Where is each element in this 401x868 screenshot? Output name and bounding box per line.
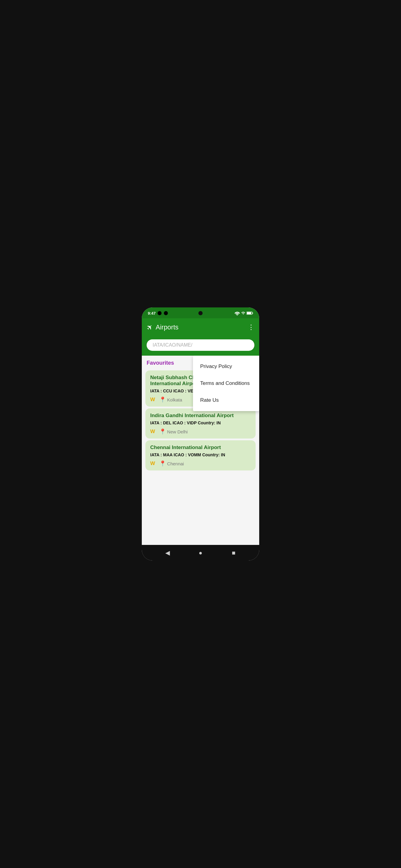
- battery-icon: [246, 311, 253, 315]
- nav-home-button[interactable]: ●: [195, 547, 206, 558]
- city-name-del: New Delhi: [167, 429, 188, 434]
- svg-point-1: [164, 311, 168, 315]
- city-pin-maa: 📍 Chennai: [159, 460, 184, 467]
- camera-dot: [198, 311, 203, 315]
- app-bar-left: ✈ Airports: [146, 323, 178, 332]
- svg-rect-4: [252, 313, 253, 314]
- menu-item-rate[interactable]: Rate Us: [193, 392, 259, 409]
- airport-card-del[interactable]: Indira Gandhi International Airport IATA…: [145, 408, 256, 438]
- city-pin-ccu: 📍 Kolkata: [159, 396, 182, 403]
- dropdown-menu: Privacy Policy Terms and Conditions Rate…: [193, 355, 259, 411]
- app-bar: ✈ Airports ⋮: [142, 318, 259, 336]
- city-name-ccu: Kolkata: [167, 397, 182, 402]
- status-icons: [235, 311, 253, 315]
- w-badge-del: W: [150, 429, 155, 435]
- pin-icon-ccu: 📍: [159, 396, 166, 403]
- more-options-icon[interactable]: ⋮: [248, 323, 255, 331]
- search-placeholder-text: IATA/ICAO/NAME/: [153, 342, 192, 348]
- pin-icon-del: 📍: [159, 428, 166, 435]
- status-time: 9:47: [148, 311, 156, 315]
- nav-back-button[interactable]: ◀: [162, 547, 173, 558]
- menu-item-terms[interactable]: Terms and Conditions: [193, 375, 259, 392]
- nav-bar: ◀ ● ■: [142, 545, 259, 561]
- menu-item-privacy[interactable]: Privacy Policy: [193, 358, 259, 375]
- airport-name-del: Indira Gandhi International Airport: [150, 412, 251, 418]
- airport-card-maa[interactable]: Chennai International Airport IATA : MAA…: [145, 440, 256, 470]
- notification-icon2: [164, 311, 168, 315]
- airport-codes-maa: IATA : MAA ICAO : VOMM Country: IN: [150, 453, 251, 457]
- svg-point-0: [158, 311, 161, 315]
- svg-rect-3: [247, 312, 252, 314]
- phone-frame: 9:47 ✈ Airports: [142, 307, 259, 561]
- city-name-maa: Chennai: [167, 461, 184, 466]
- nav-recent-button[interactable]: ■: [228, 547, 239, 558]
- pin-icon-maa: 📍: [159, 460, 166, 467]
- airport-meta-del: W 📍 New Delhi: [150, 428, 251, 435]
- wifi-icon: [235, 311, 240, 315]
- w-badge-maa: W: [150, 461, 155, 467]
- app-title: Airports: [156, 323, 178, 331]
- plane-icon: ✈: [144, 322, 155, 333]
- city-pin-del: 📍 New Delhi: [159, 428, 188, 435]
- signal-icon: [241, 311, 245, 315]
- main-content: Privacy Policy Terms and Conditions Rate…: [142, 355, 259, 545]
- notification-icon1: [157, 311, 162, 315]
- airport-name-maa: Chennai International Airport: [150, 444, 251, 451]
- search-section: IATA/ICAO/NAME/: [142, 336, 259, 355]
- status-bar: 9:47: [142, 307, 259, 318]
- airport-codes-del: IATA : DEL ICAO : VIDP Country: IN: [150, 421, 251, 425]
- airport-meta-maa: W 📍 Chennai: [150, 460, 251, 467]
- search-bar[interactable]: IATA/ICAO/NAME/: [146, 339, 255, 351]
- w-badge-ccu: W: [150, 397, 155, 403]
